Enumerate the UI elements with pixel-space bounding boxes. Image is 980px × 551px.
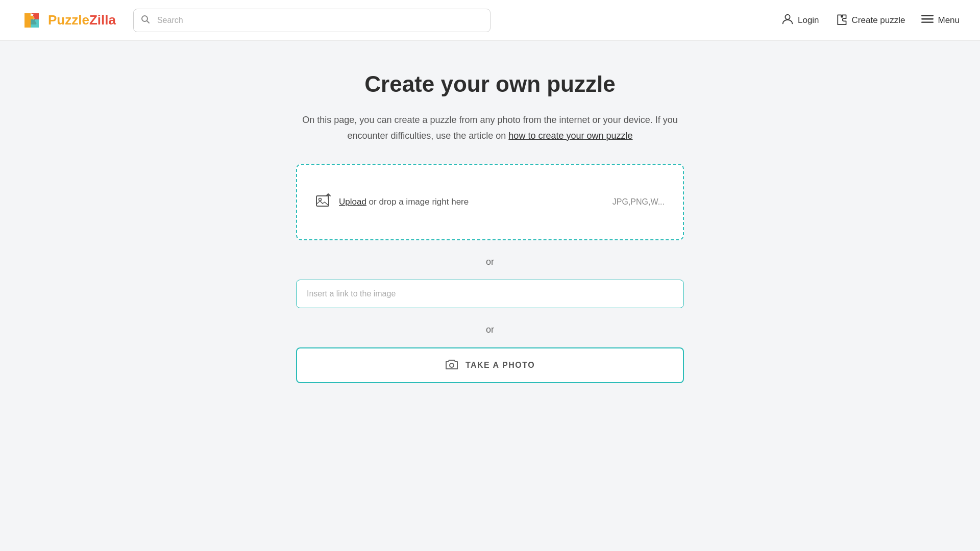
upload-image-icon [315, 193, 332, 211]
menu-nav-item[interactable]: Menu [921, 13, 960, 28]
page-title: Create your own puzzle [364, 71, 615, 97]
header-nav: Login Create puzzle Menu [781, 13, 960, 28]
upload-dropzone[interactable]: Upload or drop a image right here JPG,PN… [296, 164, 684, 240]
logo-icon [20, 9, 43, 32]
file-types-text: JPG,PNG,W... [612, 197, 665, 207]
logo[interactable]: PuzzleZilla [20, 9, 116, 32]
or-divider-2: or [486, 324, 494, 335]
create-puzzle-label: Create puzzle [852, 15, 905, 26]
take-photo-label: TAKE A PHOTO [465, 361, 535, 370]
svg-rect-6 [316, 196, 329, 206]
logo-text: PuzzleZilla [48, 12, 116, 28]
svg-point-8 [450, 363, 454, 367]
svg-rect-3 [921, 15, 934, 16]
description: On this page, you can create a puzzle fr… [296, 112, 684, 143]
main-content: Create your own puzzle On this page, you… [0, 41, 980, 551]
dropzone-left: Upload or drop a image right here [315, 193, 469, 211]
login-label: Login [798, 15, 819, 26]
svg-rect-5 [921, 22, 934, 23]
svg-rect-4 [921, 18, 934, 19]
search-input[interactable] [133, 9, 491, 32]
description-link[interactable]: how to create your own puzzle [508, 131, 632, 141]
upload-link[interactable]: Upload [339, 197, 366, 207]
or-divider-1: or [486, 257, 494, 267]
login-nav-item[interactable]: Login [781, 13, 819, 28]
svg-point-2 [841, 15, 842, 17]
image-url-input[interactable] [296, 280, 684, 308]
header: PuzzleZilla Login [0, 0, 980, 41]
dropzone-text: Upload or drop a image right here [339, 197, 469, 207]
svg-point-1 [785, 15, 790, 19]
hamburger-icon [921, 13, 934, 28]
take-photo-button[interactable]: TAKE A PHOTO [296, 347, 684, 383]
svg-point-7 [319, 198, 322, 201]
search-container [133, 9, 491, 32]
menu-label: Menu [938, 15, 960, 26]
create-puzzle-nav-item[interactable]: Create puzzle [836, 13, 905, 28]
camera-icon [445, 358, 458, 373]
user-icon [781, 13, 794, 28]
puzzle-create-icon [836, 13, 848, 28]
